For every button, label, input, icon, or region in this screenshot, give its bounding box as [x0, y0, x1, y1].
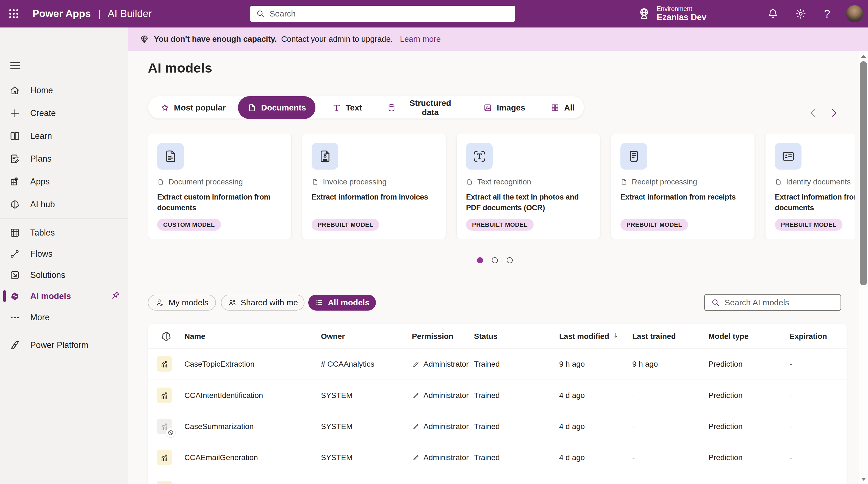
cell-value: Trained	[474, 391, 500, 400]
sidebar-item-learn[interactable]: Learn	[0, 124, 128, 147]
tab-all-models[interactable]: All models	[308, 295, 376, 310]
sidebar-item-label: Flows	[30, 249, 53, 259]
global-search-input[interactable]	[270, 9, 509, 19]
column-header-last-modified[interactable]: Last modified	[559, 324, 620, 349]
waffle-icon	[8, 8, 20, 20]
vertical-scrollbar[interactable]	[859, 51, 868, 484]
cell-value: Administrator	[424, 391, 469, 400]
scroll-down-arrow[interactable]	[861, 478, 866, 481]
table-header-row: NameOwnerPermissionStatusLast modifiedLa…	[148, 324, 846, 349]
card-badge: PREBUILT MODEL	[312, 219, 379, 231]
person-edit-icon	[155, 298, 164, 307]
column-header-status[interactable]: Status	[474, 324, 498, 349]
book-icon	[9, 130, 21, 142]
cell-last_trained: 9 h ago	[632, 349, 658, 380]
cell-permission: Administrator	[412, 380, 469, 411]
cell-last_trained: -	[632, 380, 635, 411]
table-row[interactable]: CCAEmailGenerationSYSTEMAdministratorTra…	[148, 442, 846, 473]
pencil-icon	[412, 453, 420, 462]
solutions-icon	[9, 269, 21, 281]
tab-shared-with-me[interactable]: Shared with me	[221, 295, 305, 310]
carousel-dot-2[interactable]	[492, 257, 498, 263]
sidebar-item-flows[interactable]: Flows	[0, 243, 128, 264]
tab-my-models[interactable]: My models	[148, 295, 216, 310]
filter-structured-data[interactable]: Structured data	[383, 96, 460, 119]
card-badge: PREBUILT MODEL	[775, 219, 842, 231]
cell-value: 4 d ago	[559, 391, 585, 400]
sidebar-divider	[0, 218, 128, 219]
cell-value: 4 d ago	[559, 453, 585, 462]
settings-button[interactable]	[787, 0, 814, 28]
sidebar-item-create[interactable]: Create	[0, 102, 128, 124]
carousel-previous-button[interactable]	[806, 105, 821, 121]
document-icon	[247, 103, 257, 113]
column-header-expiration[interactable]: Expiration	[789, 324, 827, 349]
model-card[interactable]: Invoice processingExtract information fr…	[302, 133, 446, 239]
cell-value: SYSTEM	[321, 422, 352, 431]
sidebar-item-home[interactable]: Home	[0, 79, 128, 102]
document-icon	[466, 178, 473, 185]
app-title-divider: |	[98, 8, 100, 20]
help-button[interactable]: ?	[814, 0, 840, 28]
sidebar-item-plans[interactable]: Plans	[0, 147, 128, 170]
filter-all[interactable]: All	[547, 96, 578, 119]
carousel-dot-3[interactable]	[507, 257, 513, 263]
sidebar-item-apps[interactable]: Apps	[0, 170, 128, 193]
model-card[interactable]: Receipt processingExtract information fr…	[611, 133, 754, 239]
cell-value: CCAIntentIdentification	[184, 391, 263, 400]
cell-value: SYSTEM	[321, 391, 352, 400]
cell-model_type: Prediction	[708, 411, 743, 442]
column-header-permission[interactable]: Permission	[412, 324, 453, 349]
carousel-dot-1[interactable]	[477, 257, 483, 263]
tab-label: Shared with me	[241, 298, 298, 307]
table-row[interactable]: CaseTopicExtraction# CCAAnalyticsAdminis…	[148, 349, 846, 380]
column-header-name[interactable]: Name	[184, 324, 205, 349]
pin-icon[interactable]	[111, 290, 121, 302]
filter-text[interactable]: Text	[328, 96, 367, 119]
sidebar-item-ai-hub[interactable]: AI hub	[0, 193, 128, 216]
document-icon	[312, 178, 319, 185]
column-header-owner[interactable]: Owner	[321, 324, 345, 349]
notifications-button[interactable]	[760, 0, 786, 28]
filter-images[interactable]: Images	[479, 96, 526, 119]
model-type-icon-tile	[157, 388, 172, 403]
scrollbar-thumb[interactable]	[860, 61, 867, 285]
sidebar-item-tables[interactable]: Tables	[0, 222, 128, 243]
models-search	[704, 294, 841, 311]
table-row[interactable]: CCAIntentIdentificationSYSTEMAdministrat…	[148, 380, 846, 411]
environment-picker[interactable]: Environment Ezanias Dev	[637, 0, 707, 28]
cell-value: Trained	[474, 360, 500, 369]
tab-label: My models	[168, 298, 208, 307]
collapse-sidebar-button[interactable]	[7, 57, 24, 74]
column-header-model-type[interactable]: Model type	[708, 324, 748, 349]
carousel-next-button[interactable]	[826, 105, 841, 121]
sidebar-item-ai-models[interactable]: AI models	[0, 285, 128, 307]
filter-documents[interactable]: Documents	[238, 96, 315, 119]
model-card[interactable]: Document processingExtract custom inform…	[148, 133, 291, 239]
carousel-pagination	[477, 257, 513, 263]
filter-most-popular[interactable]: Most popular	[156, 96, 228, 119]
pencil-icon	[412, 422, 420, 431]
avatar[interactable]	[846, 5, 863, 22]
models-search-input[interactable]	[724, 298, 835, 307]
sidebar-item-more[interactable]: More	[0, 307, 128, 328]
model-card[interactable]: Identity documentsExtract information fr…	[766, 133, 855, 239]
table-row[interactable]: CaseSummarizationSYSTEMAdministratorTrai…	[148, 411, 846, 442]
model-cards-carousel: Document processingExtract custom inform…	[148, 133, 855, 239]
cell-value: Trained	[474, 453, 500, 462]
sidebar-item-solutions[interactable]: Solutions	[0, 264, 128, 285]
category-filter-bar: Most popularDocumentsTextStructured data…	[148, 96, 584, 119]
model-card[interactable]: Text recognitionExtract all the text in …	[457, 133, 600, 239]
column-header-last-trained[interactable]: Last trained	[632, 324, 676, 349]
search-icon	[711, 298, 720, 307]
sidebar: HomeCreateLearnPlansAppsAI hubTablesFlow…	[0, 28, 128, 484]
cell-last_trained: -	[632, 442, 635, 473]
sidebar-item-power-platform[interactable]: Power Platform	[0, 334, 128, 357]
card-icon-tile	[312, 143, 338, 170]
sidebar-item-label: Apps	[30, 177, 50, 187]
waffle-menu-button[interactable]	[0, 0, 28, 28]
banner-learn-more-link[interactable]: Learn more	[400, 35, 441, 44]
table-row[interactable]	[148, 473, 846, 484]
cell-value: Trained	[474, 422, 500, 431]
scroll-up-arrow[interactable]	[861, 55, 866, 58]
